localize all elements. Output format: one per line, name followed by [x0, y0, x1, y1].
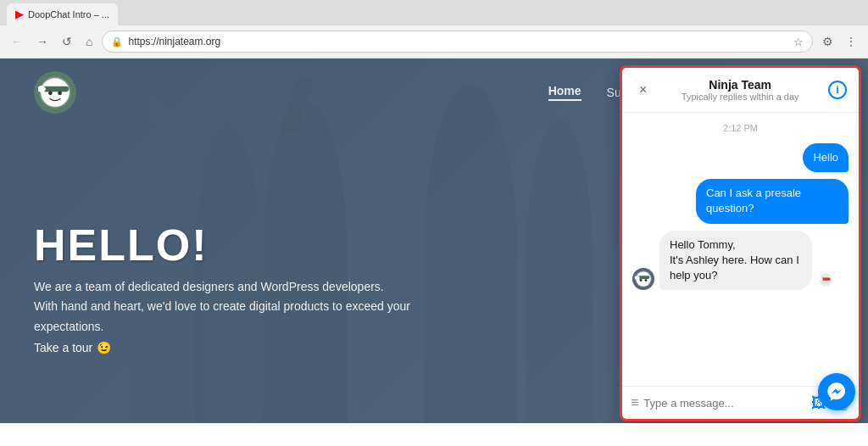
svg-point-5 — [58, 91, 62, 95]
tour-link[interactable]: Take a tour 😉 — [34, 341, 111, 354]
svg-point-4 — [48, 91, 53, 95]
chat-info-button[interactable]: i — [828, 81, 847, 99]
agent-mini-avatar — [819, 273, 832, 290]
hero-line2: With hand and heart, we'd love to create… — [34, 299, 410, 333]
incoming-message-group: Hello Tommy,It's Ashley here. How can I … — [659, 231, 812, 291]
chat-messages-area[interactable]: 2:12 PM Hello Can I ask a presale questi… — [622, 113, 859, 386]
svg-point-10 — [640, 279, 643, 282]
url-text: https://ninjateam.org — [128, 36, 788, 47]
nav-home[interactable]: Home — [548, 84, 581, 101]
agent-avatar — [632, 268, 654, 290]
site-logo[interactable] — [34, 71, 76, 114]
nav-bar: ← → ↺ ⌂ 🔒 https://ninjateam.org ☆ ⚙ ⋮ — [0, 25, 868, 58]
hero-line1: We are a team of dedicated designers and… — [34, 280, 384, 293]
tab-bar: ▶ DoopChat Intro – ... — [0, 0, 868, 25]
youtube-icon: ▶ — [15, 8, 23, 20]
svg-point-15 — [819, 277, 823, 281]
hero-title: HELLO! — [34, 221, 441, 270]
hero-subtitle: We are a team of dedicated designers and… — [34, 277, 441, 337]
message-row-1: Hello — [632, 143, 849, 172]
message-bubble-out-1: Hello — [803, 143, 849, 172]
chat-timestamp: 2:12 PM — [632, 123, 849, 133]
bookmark-icon: ☆ — [793, 36, 804, 48]
extensions-button[interactable]: ⚙ — [818, 32, 837, 51]
more-menu-button[interactable]: ⋮ — [841, 32, 861, 51]
back-button[interactable]: ← — [7, 32, 27, 51]
tour-text: Take a tour — [34, 341, 92, 354]
hero-section: HELLO! We are a team of dedicated design… — [34, 221, 441, 355]
tab-title: DoopChat Intro – ... — [28, 9, 109, 20]
svg-point-9 — [635, 276, 640, 279]
message-row-2: Can I ask a presale question? — [632, 179, 849, 223]
ninja-logo-icon — [34, 71, 76, 114]
main-content: Home Support Blog Hire U... HELLO! We ar… — [0, 59, 868, 423]
chat-header-info: Ninja Team Typically replies within a da… — [652, 78, 828, 102]
home-button[interactable]: ⌂ — [81, 32, 97, 51]
lock-icon: 🔒 — [111, 36, 123, 47]
browser-menu-icons: ⚙ ⋮ — [818, 32, 861, 51]
browser-chrome: ▶ DoopChat Intro – ... ← → ↺ ⌂ 🔒 https:/… — [0, 0, 868, 59]
chat-close-button[interactable]: × — [634, 81, 652, 99]
wink-emoji: 😉 — [97, 341, 111, 354]
address-bar[interactable]: 🔒 https://ninjateam.org ☆ — [102, 31, 813, 53]
message-row-3: Hello Tommy,It's Ashley here. How can I … — [632, 231, 849, 291]
svg-point-11 — [644, 279, 647, 282]
messenger-fab-button[interactable] — [818, 373, 855, 410]
chat-header: × Ninja Team Typically replies within a … — [622, 68, 859, 113]
chat-agent-status: Typically replies within a day — [652, 92, 828, 102]
chat-menu-icon[interactable]: ≡ — [631, 395, 638, 410]
chat-message-input[interactable] — [643, 397, 806, 410]
browser-tab[interactable]: ▶ DoopChat Intro – ... — [7, 3, 118, 25]
message-bubble-out-2: Can I ask a presale question? — [696, 179, 849, 223]
reload-button[interactable]: ↺ — [58, 32, 76, 51]
message-bubble-in-1: Hello Tommy,It's Ashley here. How can I … — [659, 231, 812, 291]
chat-agent-name: Ninja Team — [652, 78, 828, 92]
chat-widget: × Ninja Team Typically replies within a … — [620, 65, 861, 421]
forward-button[interactable]: → — [32, 32, 53, 51]
